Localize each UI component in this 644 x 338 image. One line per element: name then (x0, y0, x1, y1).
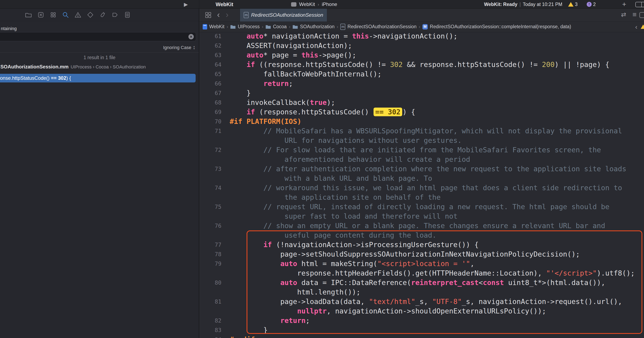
code-line[interactable]: 84#endif (199, 335, 644, 338)
jumpbar-item[interactable]: UIProcess (230, 24, 260, 30)
line-number[interactable]: 79 (199, 259, 222, 268)
line-number[interactable]: 66 (199, 79, 222, 88)
code-text[interactable]: } (222, 88, 251, 98)
code-line[interactable]: 82 return; (199, 316, 644, 325)
tests-navigator-icon[interactable] (86, 11, 94, 18)
code-line[interactable]: aforementioned behavior will create a pe… (199, 154, 644, 164)
code-line[interactable]: 69 if (response.httpStatusCode() == 302)… (199, 107, 644, 117)
code-text[interactable]: // MobileSafari has a WBSURLSpoofingMiti… (222, 126, 622, 136)
jumpbar-item[interactable]: Cocoa (266, 24, 286, 30)
warnings-badge[interactable]: 3 (568, 0, 578, 9)
forward-button[interactable]: › (226, 9, 228, 20)
match-case-dropdown[interactable]: Ignoring Case ▲ ▼ (163, 45, 195, 50)
run-destination[interactable]: iPhone (322, 2, 337, 7)
code-text[interactable]: if (response.httpStatusCode() == 302) { (222, 107, 415, 117)
line-number[interactable]: 76 (199, 221, 222, 230)
code-text[interactable]: nullptr, navigationAction->shouldOpenExt… (222, 306, 546, 316)
line-number[interactable] (199, 268, 222, 278)
breakpoints-navigator-icon[interactable] (111, 11, 119, 18)
code-line[interactable]: 75 // request URL, instead of directly l… (199, 202, 644, 212)
scheme-selector[interactable]: WebKit › iPhone (291, 0, 337, 9)
find-navigator-icon[interactable] (62, 11, 69, 18)
code-line[interactable]: 62 ASSERT(navigationAction); (199, 41, 644, 50)
line-number[interactable]: 63 (199, 50, 222, 60)
code-text[interactable]: // request URL, instead of directly load… (222, 202, 609, 212)
line-number[interactable]: 71 (199, 126, 222, 136)
source-control-navigator-icon[interactable] (37, 11, 44, 18)
code-line[interactable]: 64 if ((response.httpStatusCode() != 302… (199, 60, 644, 69)
code-text[interactable]: fallBackToWebPathInternal(); (222, 69, 382, 79)
library-plus-button[interactable]: + (622, 0, 626, 8)
code-line[interactable]: 71 // MobileSafari has a WBSURLSpoofingM… (199, 126, 644, 136)
code-line[interactable]: 81 page->loadData(data, "text/html"_s, "… (199, 297, 644, 306)
line-number[interactable]: 62 (199, 41, 222, 50)
line-number[interactable]: 61 (199, 32, 222, 41)
line-number[interactable] (199, 192, 222, 202)
code-text[interactable]: // For slow loads that are initiated fro… (222, 145, 601, 154)
code-text[interactable]: super fast to load and therefore will no… (222, 212, 458, 221)
project-navigator-icon[interactable] (25, 11, 32, 18)
line-number[interactable]: 68 (199, 98, 222, 107)
code-line[interactable]: 76 // show an empty URL or a blank page.… (199, 221, 644, 230)
line-number[interactable]: 75 (199, 202, 222, 212)
line-number[interactable]: 73 (199, 164, 222, 174)
line-number[interactable] (199, 154, 222, 164)
search-result-file[interactable]: SOAuthorizationSession.mm UIProcess › Co… (0, 64, 146, 70)
search-field[interactable]: ✕ (0, 32, 196, 41)
code-line[interactable]: URL for navigations without user gesture… (199, 136, 644, 145)
code-line[interactable]: 77 if (!navigationAction->isProcessingUs… (199, 240, 644, 250)
line-number[interactable] (199, 212, 222, 221)
code-line[interactable]: 63 auto* page = this->page(); (199, 50, 644, 60)
code-line[interactable]: 67 } (199, 88, 644, 98)
line-number[interactable]: 70 (199, 117, 222, 126)
code-text[interactable]: invokeCallback(true); (222, 98, 335, 107)
code-line[interactable]: 80 auto data = IPC::DataReference(reinte… (199, 278, 644, 287)
jumpbar-item[interactable]: mRedirectSOAuthorizationSession (340, 24, 416, 30)
code-line[interactable]: 72 // For slow loads that are initiated … (199, 145, 644, 154)
code-text[interactable]: with a blank URL and blank page. To (222, 174, 432, 183)
jumpbar-item[interactable]: WebKit (203, 24, 224, 30)
code-line[interactable]: 73 // after authentication completion wh… (199, 164, 644, 174)
run-button[interactable]: ▶ (184, 0, 188, 9)
code-text[interactable]: page->loadData(data, "text/html"_s, "UTF… (222, 297, 622, 306)
code-text[interactable]: URL for navigations without user gesture… (222, 136, 462, 145)
code-text[interactable]: auto* page = this->page(); (222, 50, 356, 60)
code-line[interactable]: 68 invokeCallback(true); (199, 98, 644, 107)
code-line[interactable]: 74 // workaround this issue, we load an … (199, 183, 644, 192)
code-line[interactable]: 65 fallBackToWebPathInternal(); (199, 69, 644, 79)
code-text[interactable]: ASSERT(navigationAction); (222, 41, 352, 50)
line-number[interactable]: 67 (199, 88, 222, 98)
jumpbar-item[interactable]: SOAuthorization (292, 24, 334, 30)
reports-navigator-icon[interactable] (124, 11, 131, 18)
clear-search-icon[interactable]: ✕ (188, 34, 194, 39)
bookmarks-navigator-icon[interactable] (50, 11, 57, 18)
code-line[interactable]: 66 return; (199, 79, 644, 88)
back-button[interactable]: ‹ (217, 9, 220, 20)
line-number[interactable]: 65 (199, 69, 222, 79)
code-line[interactable]: with a blank URL and blank page. To (199, 174, 644, 183)
find-options-fragment[interactable]: ntaining (1, 26, 17, 31)
code-text[interactable]: #if PLATFORM(IOS) (222, 117, 302, 126)
line-number[interactable] (199, 287, 222, 297)
search-input[interactable] (3, 32, 186, 41)
code-text[interactable]: // after authentication completion where… (222, 164, 626, 174)
line-number[interactable]: 69 (199, 107, 222, 117)
line-number[interactable] (199, 306, 222, 316)
code-line[interactable]: html.length()); (199, 287, 644, 297)
code-text[interactable]: useful page content during the load. (222, 230, 436, 240)
line-number[interactable] (199, 136, 222, 145)
code-text[interactable]: auto html = makeString("<script>location… (222, 259, 474, 268)
code-text[interactable]: response.httpHeaderFields().get(HTTPHead… (222, 268, 635, 278)
code-text[interactable]: the application site on behalf of the (222, 192, 441, 202)
code-line[interactable]: 78 page->setShouldSuppressSOAuthorizatio… (199, 250, 644, 259)
code-line[interactable]: 70#if PLATFORM(IOS) (199, 117, 644, 126)
line-number[interactable]: 74 (199, 183, 222, 192)
code-text[interactable]: } (222, 325, 268, 335)
code-line[interactable]: nullptr, navigationAction->shouldOpenExt… (199, 306, 644, 316)
line-number[interactable]: 72 (199, 145, 222, 154)
issues-navigator-icon[interactable] (74, 11, 82, 18)
code-text[interactable]: #endif (222, 335, 255, 338)
code-line[interactable]: 79 auto html = makeString("<script>locat… (199, 259, 644, 268)
activity-view[interactable]: WebKit: Ready | Today at 10:21 PM (484, 0, 562, 9)
line-number[interactable] (199, 174, 222, 183)
